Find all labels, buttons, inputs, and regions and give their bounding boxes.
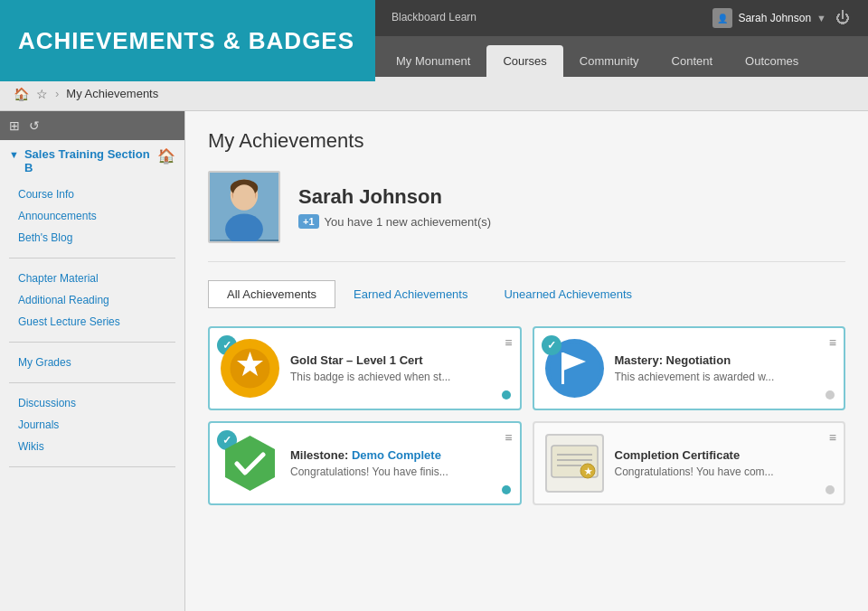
card-menu-icon-mastery[interactable]: ≡ <box>829 335 836 350</box>
tabs-row: All Achievements Earned Achievements Une… <box>208 280 845 308</box>
content-area: My Achievements <box>185 111 868 611</box>
sidebar: ⊞ ↺ ▼ Sales Training Section B 🏠 Course … <box>0 111 185 611</box>
profile-photo <box>208 171 280 243</box>
breadcrumb-separator: › <box>55 87 59 100</box>
achievements-banner: ACHIEVEMENTS & BADGES <box>0 0 375 81</box>
card-dot-gold-star <box>502 390 511 400</box>
badge-icon-gold-star <box>221 339 279 398</box>
profile-name: Sarah Johnson <box>298 185 845 209</box>
page-title: My Achievements <box>208 129 845 153</box>
sidebar-item-beths-blog[interactable]: Beth's Blog <box>0 227 184 249</box>
badge-icon-cert: ★ <box>545 434 604 493</box>
svg-rect-12 <box>561 352 564 384</box>
card-menu-icon-milestone[interactable]: ≡ <box>505 430 512 445</box>
sidebar-item-announcements[interactable]: Announcements <box>0 205 184 227</box>
banner-title: ACHIEVEMENTS & BADGES <box>18 27 354 55</box>
card-dot-mastery <box>826 390 835 400</box>
card-menu-icon-gold-star[interactable]: ≡ <box>505 335 512 350</box>
achievement-desc-milestone: Congratulations! You have finis... <box>290 465 509 478</box>
home-icon[interactable]: 🏠 <box>14 87 29 101</box>
sidebar-item-journals[interactable]: Journals <box>0 414 184 436</box>
nav-courses[interactable]: Courses <box>486 45 562 77</box>
breadcrumb-bar: 🏠 ☆ › My Achievements <box>0 77 868 111</box>
badge-text: You have 1 new achievement(s) <box>325 215 492 229</box>
power-icon[interactable]: ⏻ <box>835 10 850 26</box>
achievement-card-milestone: ✓ Milestone: Demo Complete Co <box>208 421 522 505</box>
card-dot-cert <box>826 485 835 494</box>
badge-icon-milestone <box>221 434 279 493</box>
dropdown-arrow[interactable]: ▼ <box>816 13 826 24</box>
milestone-prefix: Milestone: <box>290 448 352 462</box>
sidebar-item-discussions[interactable]: Discussions <box>0 392 184 414</box>
sidebar-item-my-grades[interactable]: My Grades <box>0 352 184 373</box>
user-name: Sarah Johnson <box>738 12 811 24</box>
sidebar-course-name[interactable]: Sales Training Section B <box>24 147 152 174</box>
sidebar-divider-2 <box>9 342 175 343</box>
achievement-card-mastery: ✓ Mastery: Negotiation This achievement … <box>533 326 846 410</box>
sidebar-icon-2[interactable]: ↺ <box>29 118 40 133</box>
sidebar-item-guest-lecture[interactable]: Guest Lecture Series <box>0 311 184 333</box>
sidebar-divider-1 <box>9 258 175 258</box>
sidebar-item-wikis[interactable]: Wikis <box>0 436 184 457</box>
profile-photo-svg <box>210 171 278 241</box>
main-layout: ⊞ ↺ ▼ Sales Training Section B 🏠 Course … <box>0 111 868 611</box>
milestone-highlight: Demo Complete <box>352 448 441 462</box>
tab-unearned-achievements[interactable]: Unearned Achievements <box>486 281 650 307</box>
sidebar-toolbar: ⊞ ↺ <box>0 111 184 140</box>
achievement-info-milestone: Milestone: Demo Complete Congratulations… <box>290 448 509 478</box>
sidebar-course-header: ▼ Sales Training Section B 🏠 <box>0 140 184 180</box>
sidebar-item-chapter-material[interactable]: Chapter Material <box>0 268 184 289</box>
profile-info: Sarah Johnson +1 You have 1 new achievem… <box>298 185 845 229</box>
sidebar-item-course-info[interactable]: Course Info <box>0 183 184 205</box>
tab-earned-achievements[interactable]: Earned Achievements <box>335 281 486 307</box>
achievement-card-gold-star: ✓ Gold Star – Level 1 Ce <box>208 326 522 410</box>
achievement-desc-gold-star: This badge is achieved when st... <box>290 371 509 383</box>
nav-my-monument[interactable]: My Monument <box>380 45 486 77</box>
achievement-title-mastery: Mastery: Negotiation <box>615 353 834 367</box>
favorite-icon[interactable]: ☆ <box>36 87 48 101</box>
sidebar-group4: Discussions Journals Wikis <box>0 389 184 461</box>
achievement-info-gold-star: Gold Star – Level 1 Cert This badge is a… <box>290 353 509 383</box>
sidebar-item-additional-reading[interactable]: Additional Reading <box>0 289 184 311</box>
achievement-info-cert: Completion Certificate Congratulations! … <box>615 448 834 478</box>
sidebar-home-icon[interactable]: 🏠 <box>157 147 175 164</box>
tab-all-achievements[interactable]: All Achievements <box>208 280 335 308</box>
sidebar-icon-1[interactable]: ⊞ <box>9 118 20 133</box>
achievement-title-cert: Completion Certificate <box>615 448 834 462</box>
check-badge-mastery: ✓ <box>542 335 561 355</box>
achievement-card-cert: ★ Completion Certificate Congratulations… <box>533 421 846 505</box>
achievement-badge: +1 You have 1 new achievement(s) <box>298 214 491 229</box>
badge-plus: +1 <box>298 214 319 229</box>
profile-section: Sarah Johnson +1 You have 1 new achievem… <box>208 171 845 262</box>
card-dot-milestone <box>502 485 511 494</box>
nav-content[interactable]: Content <box>656 45 730 77</box>
achievement-desc-mastery: This achievement is awarded w... <box>615 371 834 383</box>
user-avatar: 👤 <box>712 8 732 28</box>
user-info: 👤 Sarah Johnson ▼ <box>712 8 826 28</box>
sidebar-arrow[interactable]: ▼ <box>9 149 19 160</box>
achievement-title-gold-star: Gold Star – Level 1 Cert <box>290 353 509 367</box>
breadcrumb-current: My Achievements <box>66 87 158 100</box>
nav-community[interactable]: Community <box>563 45 656 77</box>
sidebar-group2: Chapter Material Additional Reading Gues… <box>0 264 184 336</box>
achievement-title-milestone: Milestone: Demo Complete <box>290 448 509 462</box>
sidebar-divider-3 <box>9 382 175 383</box>
svg-point-4 <box>233 184 256 209</box>
card-menu-icon-cert[interactable]: ≡ <box>829 430 836 445</box>
achievement-desc-cert: Congratulations! You have com... <box>615 465 834 478</box>
sidebar-divider-4 <box>9 466 175 467</box>
svg-text:★: ★ <box>583 466 592 476</box>
app-title: Blackboard Learn <box>392 11 476 24</box>
sidebar-group3: My Grades <box>0 348 184 377</box>
achievements-grid: ✓ Gold Star – Level 1 Ce <box>208 326 845 505</box>
nav-outcomes[interactable]: Outcomes <box>729 45 815 77</box>
sidebar-group1: Course Info Announcements Beth's Blog <box>0 180 184 252</box>
svg-marker-13 <box>225 436 275 491</box>
achievement-info-mastery: Mastery: Negotiation This achievement is… <box>615 353 834 383</box>
